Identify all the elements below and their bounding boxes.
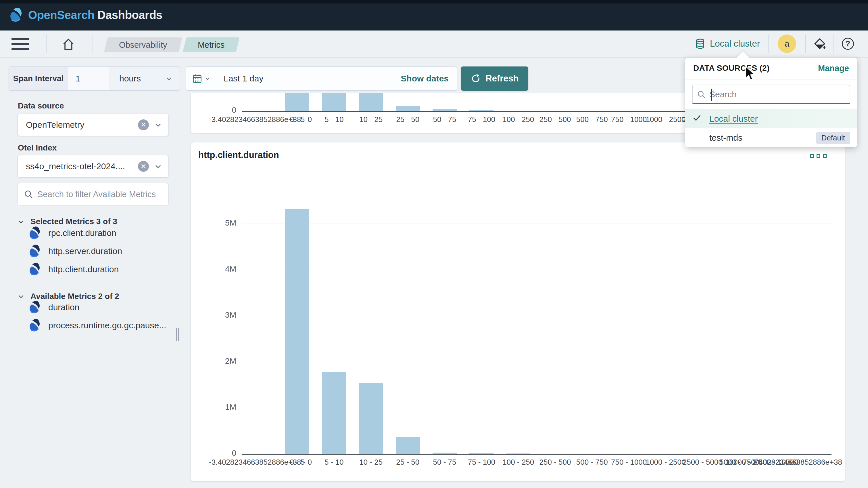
option-local-cluster[interactable]: Local cluster — [685, 109, 857, 128]
date-picker: Last 1 day Show dates — [186, 66, 457, 91]
navigation-bar: Observability Metrics Local cluster a ? — [0, 30, 868, 58]
option-test-mds[interactable]: test-mds Default — [685, 128, 857, 147]
chart-panel-http-client-duration: http.client.duration 01M2M3M4M5M-3.40282… — [191, 142, 845, 481]
popover-search-input[interactable] — [709, 89, 845, 99]
menu-icon[interactable] — [11, 38, 29, 50]
available-metrics-header[interactable]: Available Metrics 2 of 2 — [17, 292, 119, 301]
paint-bucket-icon — [813, 37, 826, 50]
manage-link[interactable]: Manage — [818, 64, 849, 73]
bar-2 — [322, 372, 346, 454]
divider — [93, 34, 93, 53]
avatar[interactable]: a — [778, 34, 796, 53]
metrics-sidebar: Data source OpenTelemetry ✕ Otel Index s… — [0, 95, 186, 488]
app-header: OpenSearchDashboards — [0, 0, 868, 30]
span-interval-label: Span Interval — [9, 67, 68, 90]
clear-icon[interactable]: ✕ — [138, 119, 149, 130]
otel-index-label: Otel Index — [18, 143, 57, 152]
help-icon: ? — [842, 38, 854, 50]
search-icon — [24, 189, 33, 199]
calendar-menu-button[interactable] — [186, 67, 216, 90]
selected-metrics-header[interactable]: Selected Metrics 3 of 3 — [17, 217, 117, 226]
home-icon[interactable] — [61, 37, 76, 52]
bar-3 — [359, 383, 383, 454]
check-icon — [692, 113, 705, 124]
data-source-label: Data source — [18, 101, 64, 111]
breadcrumb-metrics[interactable]: Metrics — [183, 37, 240, 52]
divider — [834, 34, 834, 53]
metric-item-http-server-duration[interactable]: http.server.duration — [28, 244, 122, 258]
theme-button[interactable] — [806, 30, 834, 57]
mouse-cursor — [744, 66, 757, 82]
popover-title: DATA SOURCES (2) — [693, 64, 770, 73]
popover-header: DATA SOURCES (2) Manage — [685, 58, 857, 79]
popover-search-area — [685, 79, 857, 109]
span-unit-select[interactable]: hours — [109, 67, 180, 90]
otel-index-combobox[interactable]: ss4o_metrics-otel-2024.... ✕ — [18, 155, 169, 177]
span-interval-input[interactable] — [68, 67, 109, 90]
refresh-button[interactable]: Refresh — [461, 66, 528, 91]
chevron-down-icon — [17, 218, 25, 225]
text-caret — [711, 89, 712, 101]
help-button[interactable]: ? — [834, 30, 862, 57]
data-source-cluster-button[interactable]: Local cluster — [686, 38, 768, 50]
metric-item-process-runtime[interactable]: process.runtime.go.gc.pause... — [28, 318, 166, 333]
chevron-down-icon — [153, 162, 163, 171]
opensearch-metric-icon — [28, 300, 42, 315]
show-dates-button[interactable]: Show dates — [401, 74, 457, 83]
search-icon — [697, 90, 706, 99]
bar-2 — [322, 93, 346, 111]
divider — [46, 34, 46, 53]
opensearch-logo-icon — [8, 7, 24, 23]
divider — [805, 34, 806, 53]
breadcrumb: Observability Metrics — [106, 37, 238, 52]
metric-item-http-client-duration[interactable]: http.client.duration — [28, 262, 119, 277]
chevron-down-icon — [153, 120, 163, 130]
bar-1 — [285, 93, 309, 111]
span-unit-value: hours — [119, 74, 141, 83]
popover-search-box — [692, 85, 850, 104]
divider — [768, 34, 769, 53]
sidebar-resize-handle[interactable] — [176, 328, 181, 341]
metric-item-duration[interactable]: duration — [28, 300, 79, 315]
refresh-icon — [470, 74, 481, 84]
opensearch-logo[interactable]: OpenSearchDashboards — [8, 7, 162, 23]
otel-index-value: ss4o_metrics-otel-2024.... — [26, 162, 138, 171]
opensearch-metric-icon — [28, 262, 42, 277]
chevron-down-icon — [204, 76, 211, 82]
metrics-search-box — [18, 183, 169, 205]
app-title: OpenSearchDashboards — [28, 9, 162, 22]
bar-1 — [285, 209, 309, 454]
data-source-combobox[interactable]: OpenTelemetry ✕ — [18, 114, 169, 136]
cluster-button-label: Local cluster — [710, 38, 760, 49]
bar-3 — [359, 93, 383, 111]
chevron-down-icon — [165, 74, 173, 83]
time-range-value[interactable]: Last 1 day — [216, 74, 401, 83]
calendar-icon — [192, 73, 203, 84]
data-source-value: OpenTelemetry — [26, 120, 138, 130]
metric-item-rpc-client-duration[interactable]: rpc.client.duration — [28, 226, 116, 240]
metrics-search-input[interactable] — [37, 190, 164, 199]
nav-right-group: Local cluster a ? — [686, 30, 862, 57]
database-icon — [694, 38, 706, 50]
chevron-down-icon — [17, 293, 25, 300]
bar-4 — [396, 437, 420, 454]
data-sources-popover: DATA SOURCES (2) Manage Local cluster te… — [685, 58, 857, 147]
opensearch-metric-icon — [28, 226, 42, 240]
span-interval-group: Span Interval hours — [9, 66, 180, 91]
histogram-main: 01M2M3M4M5M-3.4028234663852886e+38 - 00 … — [191, 142, 845, 481]
bar-4 — [396, 106, 420, 111]
refresh-button-label: Refresh — [486, 74, 519, 84]
default-badge: Default — [816, 132, 850, 144]
opensearch-metric-icon — [28, 244, 42, 258]
opensearch-metric-icon — [28, 318, 42, 333]
clear-icon[interactable]: ✕ — [138, 161, 149, 172]
breadcrumb-observability[interactable]: Observability — [104, 37, 183, 52]
